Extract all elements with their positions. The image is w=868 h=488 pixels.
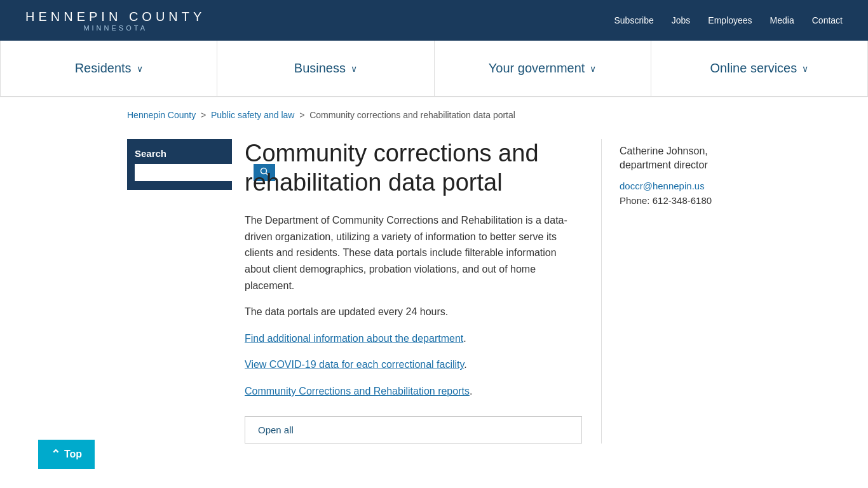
nav-business-label: Business bbox=[294, 61, 346, 76]
nav-your-government[interactable]: Your government ∨ bbox=[435, 41, 651, 96]
nav-subscribe[interactable]: Subscribe bbox=[614, 15, 654, 25]
link-department-info[interactable]: Find additional information about the de… bbox=[245, 333, 463, 344]
link-covid-data[interactable]: View COVID-19 data for each correctional… bbox=[245, 359, 464, 370]
breadcrumb-current: Community corrections and rehabilitation… bbox=[309, 110, 515, 120]
nav-business[interactable]: Business ∨ bbox=[217, 41, 434, 96]
chevron-down-icon: ∨ bbox=[590, 64, 596, 74]
chevron-down-icon: ∨ bbox=[802, 64, 808, 74]
chevron-down-icon: ∨ bbox=[351, 64, 357, 74]
main-nav: Residents ∨ Business ∨ Your government ∨… bbox=[0, 41, 868, 97]
nav-online-services[interactable]: Online services ∨ bbox=[651, 41, 868, 96]
back-to-top-label: Top bbox=[64, 449, 82, 460]
top-bar: HENNEPIN COUNTY MINNESOTA Subscribe Jobs… bbox=[0, 0, 868, 41]
breadcrumb-public-safety[interactable]: Public safety and law bbox=[211, 110, 295, 120]
search-box: Search bbox=[127, 139, 232, 190]
page-title: Community corrections and rehabilitation… bbox=[245, 139, 582, 197]
nav-online-services-label: Online services bbox=[710, 61, 797, 76]
body-paragraph-2: The data portals are updated every 24 ho… bbox=[245, 304, 582, 320]
body-paragraph-1: The Department of Community Corrections … bbox=[245, 212, 582, 294]
phone-label: Phone: bbox=[620, 195, 650, 206]
page-body: The Department of Community Corrections … bbox=[245, 212, 582, 399]
breadcrumb-home[interactable]: Hennepin County bbox=[127, 110, 196, 120]
logo-title: HENNEPIN COUNTY bbox=[25, 10, 205, 24]
breadcrumb: Hennepin County > Public safety and law … bbox=[0, 97, 868, 126]
content-wrapper: Search Community corrections and rehabil… bbox=[0, 126, 868, 469]
open-all-button[interactable]: Open all bbox=[245, 416, 582, 444]
search-input-row bbox=[135, 164, 224, 181]
contact-name: Catherine Johnson, department director bbox=[620, 144, 741, 173]
contact-phone: Phone: 612-348-6180 bbox=[620, 195, 741, 206]
top-nav: Subscribe Jobs Employees Media Contact bbox=[614, 15, 843, 25]
contact-sidebar: Catherine Johnson, department director d… bbox=[601, 139, 741, 444]
nav-media[interactable]: Media bbox=[770, 15, 794, 25]
back-to-top-button[interactable]: ⌃ Top bbox=[38, 440, 95, 469]
sidebar: Search bbox=[127, 139, 245, 444]
chevron-down-icon: ∨ bbox=[137, 64, 143, 74]
logo-subtitle: MINNESOTA bbox=[83, 24, 147, 32]
logo: HENNEPIN COUNTY MINNESOTA bbox=[25, 10, 205, 32]
nav-your-government-label: Your government bbox=[489, 61, 585, 76]
nav-residents[interactable]: Residents ∨ bbox=[0, 41, 217, 96]
search-input[interactable] bbox=[135, 164, 254, 181]
contact-email[interactable]: doccr@hennepin.us bbox=[620, 180, 741, 191]
nav-residents-label: Residents bbox=[75, 61, 132, 76]
back-to-top-icon: ⌃ bbox=[51, 447, 60, 461]
search-label: Search bbox=[135, 148, 224, 159]
nav-jobs[interactable]: Jobs bbox=[672, 15, 691, 25]
nav-employees[interactable]: Employees bbox=[708, 15, 752, 25]
main-content: Community corrections and rehabilitation… bbox=[245, 139, 601, 444]
phone-number: 612-348-6180 bbox=[653, 195, 712, 206]
nav-contact[interactable]: Contact bbox=[812, 15, 843, 25]
link-reports[interactable]: Community Corrections and Rehabilitation… bbox=[245, 386, 470, 396]
